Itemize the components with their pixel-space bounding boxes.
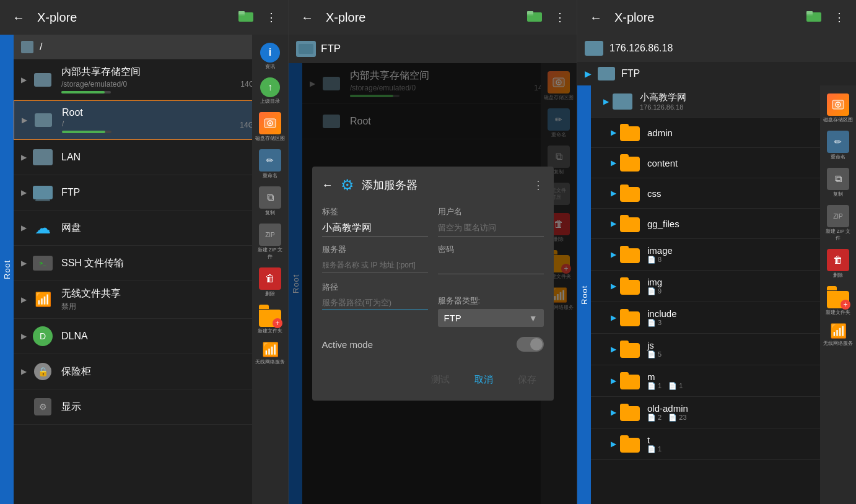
dlna-info: DLNA xyxy=(61,331,281,342)
svg-rect-14 xyxy=(806,11,813,14)
panel-right: ← X-plore ⋮ 176.126.86.18 ▶ FTP Root ▶ xyxy=(577,0,856,504)
right-item-server[interactable]: ▶ 小高教学网 176.126.86.18 xyxy=(591,85,856,118)
sidebar-copy[interactable]: ⧉ 复制 xyxy=(253,183,287,219)
rsidebar-delete[interactable]: 🗑 删除 xyxy=(821,246,855,282)
js-name: js xyxy=(647,340,834,350)
m-arrow: ▶ xyxy=(611,376,616,385)
left-item-safe[interactable]: ▶ 🔒 保险柜 xyxy=(14,354,288,389)
right-item-gg-files[interactable]: ▶ gg_files ✓ xyxy=(591,209,856,239)
sidebar-up[interactable]: ↑ 上级目录 xyxy=(253,74,287,108)
rsidebar-newfolder[interactable]: + 新建文件夹 xyxy=(821,283,855,319)
dialog-test-button[interactable]: 测试 xyxy=(424,369,457,391)
left-item-lan[interactable]: ▶ LAN xyxy=(14,140,288,175)
rsidebar-zip-icon: ZIP xyxy=(827,205,849,227)
server-expand-icon: ▶ xyxy=(603,97,609,106)
right-item-m[interactable]: ▶ m 📄 1 📄 1 ✓ xyxy=(591,365,856,397)
left-item-ftp[interactable]: ▶ FTP xyxy=(14,175,288,211)
cloud-info: 网盘 xyxy=(61,222,281,235)
rsidebar-copy[interactable]: ⧉ 复制 xyxy=(821,165,855,201)
sidebar-zip[interactable]: ZIP 新建 ZIP 文件 xyxy=(253,220,287,263)
right-ftp-row: ▶ FTP xyxy=(577,62,856,85)
right-item-image[interactable]: ▶ image 📄 8 ✓ xyxy=(591,239,856,271)
dialog-label-input[interactable] xyxy=(322,220,428,237)
right-item-old-admin[interactable]: ▶ old-admin 📄 2 📄 23 ✓ xyxy=(591,397,856,428)
middle-menu-button[interactable]: ⋮ xyxy=(551,7,569,28)
dialog-server-type-select[interactable]: FTP ▼ xyxy=(438,309,544,327)
right-item-t[interactable]: ▶ t 📄 1 ✓ xyxy=(591,428,856,460)
m-name: m xyxy=(647,371,834,382)
panel-middle: ← X-plore ⋮ FTP Root ▶ 内部共享存储空间 xyxy=(289,0,577,504)
rsidebar-zip[interactable]: ZIP 新建 ZIP 文件 xyxy=(821,202,855,245)
content-name: content xyxy=(647,158,834,168)
t-name: t xyxy=(647,435,834,445)
ftp-info: FTP xyxy=(61,187,281,198)
include-name: include xyxy=(647,308,834,319)
copy-label: 复制 xyxy=(265,209,275,216)
middle-ftp-bar: FTP xyxy=(289,35,577,63)
wifi-share-info: 无线文件共享 禁用 xyxy=(61,287,281,312)
rsidebar-rename[interactable]: ✏ 重命名 xyxy=(821,128,855,163)
display-arrow: ▶ xyxy=(21,402,27,411)
middle-back-button[interactable]: ← xyxy=(296,6,318,30)
rsidebar-delete-label: 删除 xyxy=(833,272,843,279)
sidebar-storage[interactable]: 磁盘存储区图 xyxy=(253,109,287,145)
sidebar-info[interactable]: i 资讯 xyxy=(253,40,287,73)
dialog-password-field: 密码 xyxy=(438,244,544,274)
ftp-arrow: ▶ xyxy=(21,188,27,197)
safe-name: 保险柜 xyxy=(61,365,281,378)
right-item-js[interactable]: ▶ js 📄 5 ✓ xyxy=(591,334,856,365)
right-folder-icon[interactable] xyxy=(803,6,825,29)
dialog-path-input[interactable] xyxy=(322,295,428,310)
image-name: image xyxy=(647,245,834,256)
right-back-button[interactable]: ← xyxy=(585,6,607,30)
left-back-button[interactable]: ← xyxy=(7,6,30,30)
right-menu-button[interactable]: ⋮ xyxy=(830,7,849,28)
addr-text: 176.126.86.18 xyxy=(609,43,673,54)
storage-path: /storage/emulated/0 xyxy=(61,80,240,89)
right-item-include[interactable]: ▶ include 📄 3 ✓ xyxy=(591,302,856,334)
dialog-label-username-row: 标签 用户名 留空为 匿名访问 xyxy=(322,206,544,237)
dialog-password-input[interactable] xyxy=(438,258,544,274)
left-root-tab[interactable]: Root xyxy=(0,35,14,504)
left-item-display[interactable]: ▶ ⚙ 显示 xyxy=(14,389,288,425)
right-item-content[interactable]: ▶ content ✓ xyxy=(591,148,856,178)
left-item-wifi-share[interactable]: ▶ 📶 无线文件共享 禁用 xyxy=(14,281,288,319)
left-item-root-path[interactable]: / xyxy=(14,35,288,59)
left-item-internal-storage[interactable]: ▶ 内部共享存储空间 /storage/emulated/0 可用 14GB/1… xyxy=(14,59,288,100)
rsidebar-storage[interactable]: 磁盘存储区图 xyxy=(821,90,855,126)
right-root-tab[interactable]: Root xyxy=(577,85,591,504)
right-header-icons: ⋮ xyxy=(803,6,849,29)
left-menu-button[interactable]: ⋮ xyxy=(262,7,281,28)
dialog-back-button[interactable]: ← xyxy=(322,179,333,192)
middle-folder-icon[interactable] xyxy=(523,6,546,29)
right-item-img[interactable]: ▶ img 📄 9 ✓ xyxy=(591,271,856,302)
sidebar-newfolder[interactable]: + 新建文件夹 xyxy=(253,302,287,337)
add-server-dialog: ← ⚙ 添加服务器 ⋮ 标签 用户名 留空为 匿名访问 xyxy=(312,167,554,401)
dialog-server-placeholder[interactable]: 服务器名称 或 IP 地址 [:port] xyxy=(322,258,428,272)
sidebar-rename[interactable]: ✏ 重命名 xyxy=(253,146,287,182)
left-item-ssh[interactable]: ▶ >_ SSH 文件传输 xyxy=(14,246,288,281)
dialog-cancel-button[interactable]: 取消 xyxy=(467,369,500,391)
storage-arrow: ▶ xyxy=(21,76,27,84)
right-item-css[interactable]: ▶ css ✓ xyxy=(591,178,856,209)
sidebar-delete[interactable]: 🗑 删除 xyxy=(253,264,287,300)
svg-point-5 xyxy=(269,123,271,124)
sidebar-wifi[interactable]: 📶 无线网络服务 xyxy=(253,339,287,368)
dialog-menu-button[interactable]: ⋮ xyxy=(533,178,544,192)
right-ftp-label: FTP xyxy=(621,68,640,79)
dialog-username-placeholder[interactable]: 留空为 匿名访问 xyxy=(438,220,544,237)
info-circle-icon: i xyxy=(260,43,280,63)
left-folder-icon[interactable] xyxy=(235,6,257,29)
right-file-list: ▶ 小高教学网 176.126.86.18 ▶ admin ✓ xyxy=(591,85,856,504)
active-mode-toggle[interactable] xyxy=(517,337,544,352)
dialog-overlay: ← ⚙ 添加服务器 ⋮ 标签 用户名 留空为 匿名访问 xyxy=(289,63,577,504)
safe-icon: 🔒 xyxy=(32,360,54,383)
rsidebar-wifi[interactable]: 📶 无线网络服务 xyxy=(821,320,855,350)
left-item-dlna[interactable]: ▶ D DLNA xyxy=(14,319,288,354)
dialog-save-button[interactable]: 保存 xyxy=(510,369,544,391)
right-item-admin[interactable]: ▶ admin ✓ xyxy=(591,118,856,148)
left-item-cloud[interactable]: ▶ ☁ 网盘 xyxy=(14,211,288,246)
lan-arrow: ▶ xyxy=(21,153,27,162)
newfolder-icon: + xyxy=(259,305,281,327)
left-item-root-dir[interactable]: ▶ Root / 可用 14GB/16GB xyxy=(14,100,288,140)
